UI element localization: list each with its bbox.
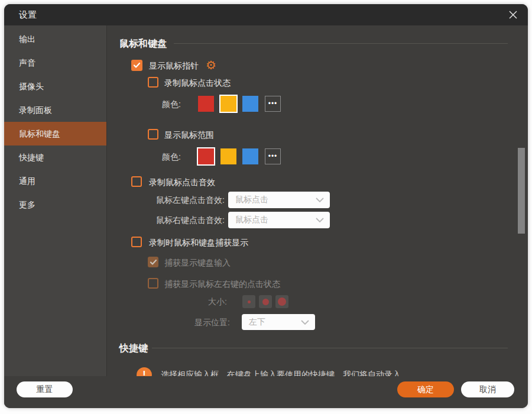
close-button[interactable]: [507, 9, 519, 21]
position-value: 左下: [249, 317, 265, 328]
settings-dialog: 设置 输出 声音 摄像头 录制面板 鼠标和键盘 快捷键 通用 更多 鼠标和键盘 …: [4, 4, 528, 408]
color-swatch-blue-2[interactable]: [242, 148, 258, 164]
reset-button[interactable]: 重置: [17, 381, 73, 397]
record-click-sound-label: 录制鼠标点击音效: [149, 177, 215, 187]
size-medium-dot-icon: [262, 299, 269, 305]
color-swatch-red-1[interactable]: [198, 96, 214, 112]
record-click-state-label: 录制鼠标点击状态: [164, 77, 231, 88]
sidebar-item-general[interactable]: 通用: [4, 169, 106, 193]
chevron-down-icon: [316, 218, 324, 222]
right-click-sound-value: 鼠标点击: [235, 215, 268, 225]
color-label-2: 颜色:: [162, 151, 181, 162]
position-dropdown[interactable]: 左下: [242, 314, 315, 330]
dialog-title: 设置: [19, 4, 37, 25]
ellipsis-icon: •••: [268, 96, 278, 112]
left-click-sound-dropdown[interactable]: 鼠标点击: [228, 192, 330, 208]
chevron-down-icon: [316, 198, 324, 202]
section-divider: [152, 348, 508, 348]
sidebar-item-more[interactable]: 更多: [4, 193, 106, 216]
scrollbar-thumb[interactable]: [518, 148, 525, 234]
color-swatch-red-2[interactable]: [198, 148, 214, 164]
color-swatch-yellow-2[interactable]: [220, 148, 236, 164]
ellipsis-icon: •••: [268, 148, 278, 164]
more-colors-button-1[interactable]: •••: [265, 96, 281, 112]
gear-icon[interactable]: ⚙: [206, 59, 216, 71]
sidebar-item-hotkeys[interactable]: 快捷键: [4, 145, 106, 169]
size-small-button[interactable]: [242, 295, 255, 308]
title-bar: 设置: [4, 4, 528, 25]
size-medium-button[interactable]: [259, 295, 272, 308]
check-icon: [133, 62, 141, 69]
capture-display-checkbox[interactable]: [131, 237, 142, 247]
chevron-down-icon: [301, 320, 309, 325]
size-large-dot-icon: [278, 297, 286, 306]
color-swatch-blue-1[interactable]: [242, 96, 258, 112]
section-divider: [174, 43, 508, 44]
color-label-1: 颜色:: [162, 99, 181, 109]
size-label: 大小:: [208, 296, 227, 307]
sidebar-item-camera[interactable]: 摄像头: [4, 75, 106, 98]
capture-keyboard-input-checkbox[interactable]: [148, 257, 158, 267]
left-click-sound-value: 鼠标点击: [235, 195, 268, 205]
cancel-button[interactable]: 取消: [461, 381, 514, 397]
position-label: 显示位置:: [194, 317, 230, 328]
size-small-dot-icon: [248, 300, 251, 303]
capture-keyboard-input-label: 捕获显示键盘输入: [164, 257, 231, 268]
capture-display-label: 录制时鼠标和键盘捕获显示: [149, 237, 248, 248]
section-title-hotkeys: 快捷键: [119, 342, 148, 354]
capture-mouse-buttons-checkbox[interactable]: [148, 278, 158, 289]
capture-mouse-buttons-label: 捕获显示鼠标左右键的点击状态: [164, 279, 280, 289]
right-click-sound-dropdown[interactable]: 鼠标点击: [228, 212, 330, 228]
right-click-sound-label: 鼠标右键点击音效:: [156, 215, 225, 225]
ok-button[interactable]: 确定: [397, 381, 454, 397]
more-colors-button-2[interactable]: •••: [265, 148, 281, 164]
sidebar-item-output[interactable]: 输出: [4, 27, 106, 51]
sidebar-item-mouse-keyboard[interactable]: 鼠标和键盘: [4, 122, 106, 145]
color-swatch-yellow-1[interactable]: [220, 96, 236, 112]
sidebar-item-record-panel[interactable]: 录制面板: [4, 98, 106, 122]
show-pointer-checkbox[interactable]: [131, 60, 142, 71]
section-title-mouse-keyboard: 鼠标和键盘: [119, 38, 167, 50]
record-click-state-checkbox[interactable]: [148, 77, 158, 88]
close-icon: [508, 10, 518, 20]
show-pointer-label: 显示鼠标指针: [149, 60, 199, 71]
size-large-button[interactable]: [275, 295, 288, 308]
sidebar: 输出 声音 摄像头 录制面板 鼠标和键盘 快捷键 通用 更多: [4, 25, 107, 408]
bottom-bar: 重置 确定 取消: [4, 376, 528, 408]
left-click-sound-label: 鼠标左键点击音效:: [156, 195, 225, 205]
check-icon: [150, 259, 157, 266]
show-mouse-area-label: 显示鼠标范围: [164, 130, 214, 140]
record-click-sound-checkbox[interactable]: [131, 176, 142, 187]
sidebar-item-sound[interactable]: 声音: [4, 51, 106, 75]
show-mouse-area-checkbox[interactable]: [148, 129, 158, 140]
